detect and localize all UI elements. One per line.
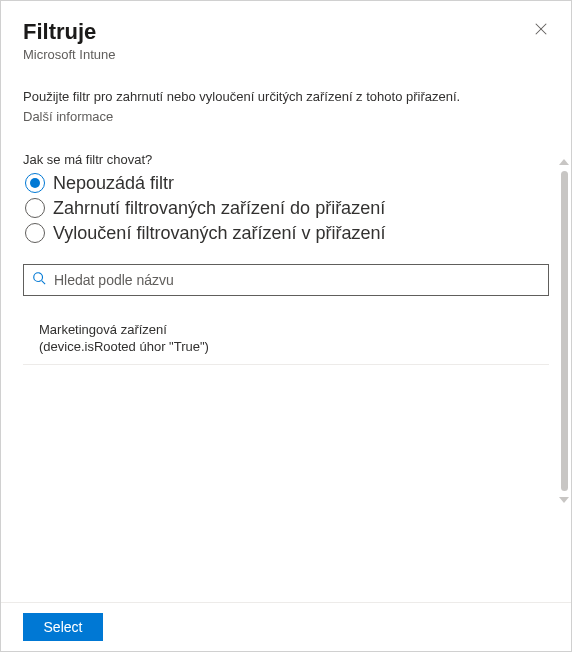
radio-label: Nepouzádá filtr: [53, 173, 174, 194]
radio-icon: [25, 198, 45, 218]
behavior-radio-group: Nepouzádá filtr Zahrnutí filtrovaných za…: [25, 171, 549, 246]
svg-line-3: [42, 280, 46, 284]
search-field[interactable]: [23, 264, 549, 296]
radio-option-include[interactable]: Zahrnutí filtrovaných zařízení do přiřaz…: [25, 196, 549, 221]
description-text: Použijte filtr pro zahrnutí nebo vylouče…: [23, 88, 549, 106]
radio-option-none[interactable]: Nepouzádá filtr: [25, 171, 549, 196]
close-icon: [534, 22, 548, 40]
radio-option-exclude[interactable]: Vyloučení filtrovaných zařízení v přiřaz…: [25, 221, 549, 246]
svg-point-2: [34, 272, 43, 281]
radio-label: Zahrnutí filtrovaných zařízení do přiřaz…: [53, 198, 385, 219]
filter-list: Marketingová zařízení (device.isRooted ú…: [23, 312, 549, 365]
panel-title: Filtruje: [23, 19, 549, 45]
radio-icon: [25, 173, 45, 193]
more-info-link[interactable]: Další informace: [23, 109, 549, 124]
panel-footer: Select: [1, 602, 571, 651]
scrollbar-thumb[interactable]: [561, 171, 568, 491]
radio-label: Vyloučení filtrovaných zařízení v přiřaz…: [53, 223, 385, 244]
select-button[interactable]: Select: [23, 613, 103, 641]
radio-icon: [25, 223, 45, 243]
panel-subtitle: Microsoft Intune: [23, 47, 549, 62]
behavior-question: Jak se má filtr chovat?: [23, 152, 549, 167]
list-item[interactable]: Marketingová zařízení (device.isRooted ú…: [23, 312, 549, 365]
filter-panel: Filtruje Microsoft Intune Použijte filtr…: [1, 1, 571, 651]
filter-rule: (device.isRooted úhor "True"): [39, 339, 541, 354]
scrollbar-arrow-up-icon[interactable]: [559, 159, 569, 165]
panel-header: Filtruje Microsoft Intune: [1, 1, 571, 68]
scrollbar-arrow-down-icon[interactable]: [559, 497, 569, 503]
close-button[interactable]: [529, 19, 553, 43]
filter-name: Marketingová zařízení: [39, 322, 541, 337]
panel-content: Použijte filtr pro zahrnutí nebo vylouče…: [1, 68, 571, 602]
search-input[interactable]: [52, 271, 540, 289]
search-icon: [32, 271, 46, 289]
